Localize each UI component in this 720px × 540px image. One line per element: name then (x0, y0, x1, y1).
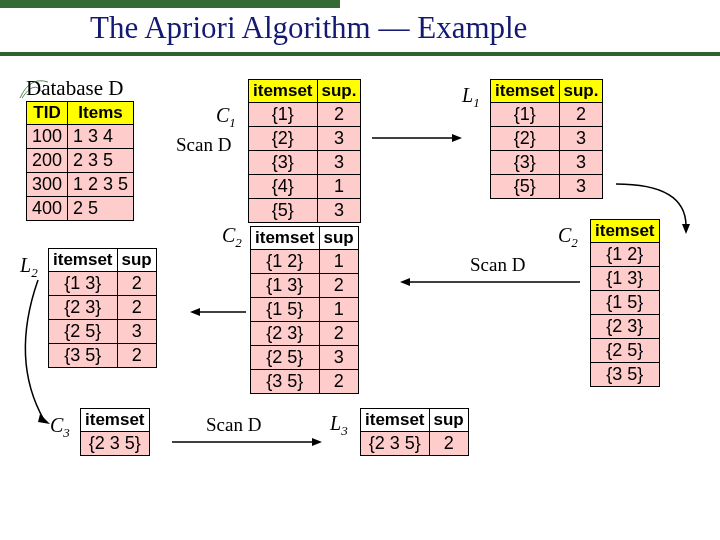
lbl: C (222, 224, 235, 246)
table-l3: itemsetsup {2 3 5}2 (360, 408, 469, 456)
svg-marker-7 (38, 414, 50, 424)
h: itemset (251, 227, 320, 250)
arrow-c2sup-to-l2 (190, 306, 246, 318)
lbl: 1 (473, 95, 480, 110)
db-c: 1 3 4 (68, 125, 134, 149)
c: 2 (117, 272, 156, 296)
diagram-stage: Database D TIDItems 1001 3 4 2002 3 5 30… (0, 56, 720, 536)
arrow-c2-to-c2sup (400, 276, 580, 288)
c: {1 3} (251, 274, 320, 298)
table-c3: itemset {2 3 5} (80, 408, 150, 456)
c: 2 (319, 370, 358, 394)
c1-label: C1 (216, 104, 236, 131)
c: 3 (317, 199, 361, 223)
c: {3} (249, 151, 318, 175)
svg-marker-9 (312, 438, 322, 446)
c: {2} (491, 127, 560, 151)
c: {1 3} (49, 272, 118, 296)
c: {1 2} (251, 250, 320, 274)
c: 3 (317, 127, 361, 151)
h: sup (117, 249, 156, 272)
c: 1 (319, 298, 358, 322)
svg-marker-4 (400, 278, 410, 286)
scan-d-2: Scan D (470, 254, 525, 276)
database-label: Database D (26, 76, 123, 101)
c: {2 3} (591, 315, 660, 339)
c2-sup-label: C2 (222, 224, 242, 251)
c: 3 (559, 127, 603, 151)
c: {1 5} (251, 298, 320, 322)
table-c2-sup: itemsetsup {1 2}1 {1 3}2 {1 5}1 {2 3}2 {… (250, 226, 359, 394)
l3-label: L3 (330, 412, 348, 439)
c: 2 (317, 103, 361, 127)
db-c: 100 (27, 125, 68, 149)
h: sup. (317, 80, 361, 103)
c: {2 5} (251, 346, 320, 370)
lbl: 2 (571, 235, 578, 250)
h: itemset (49, 249, 118, 272)
scan-d-1: Scan D (176, 134, 231, 156)
c: {5} (249, 199, 318, 223)
c: 3 (117, 320, 156, 344)
table-c2-list: itemset {1 2} {1 3} {1 5} {2 3} {2 5} {3… (590, 219, 660, 387)
c: {3 5} (251, 370, 320, 394)
c: {1} (249, 103, 318, 127)
c: 2 (117, 344, 156, 368)
h: itemset (361, 409, 430, 432)
c2-list-label: C2 (558, 224, 578, 251)
lbl: L (330, 412, 341, 434)
db-h0: TID (27, 102, 68, 125)
lbl: 2 (235, 235, 242, 250)
c: {2 3 5} (81, 432, 150, 456)
lbl: 2 (31, 265, 38, 280)
svg-marker-1 (452, 134, 462, 142)
c: {2} (249, 127, 318, 151)
c: {3 5} (591, 363, 660, 387)
title-wrap: The Apriori Algorithm — Example (0, 0, 720, 56)
lbl: L (462, 84, 473, 106)
page-title: The Apriori Algorithm — Example (90, 10, 720, 46)
c: 3 (559, 151, 603, 175)
db-c: 200 (27, 149, 68, 173)
c: {4} (249, 175, 318, 199)
c: {1 2} (591, 243, 660, 267)
h: itemset (491, 80, 560, 103)
c: 2 (319, 274, 358, 298)
h: itemset (81, 409, 150, 432)
c: {1} (491, 103, 560, 127)
c: {1 5} (591, 291, 660, 315)
h: sup (319, 227, 358, 250)
c: 3 (317, 151, 361, 175)
c: {3} (491, 151, 560, 175)
c: 3 (559, 175, 603, 199)
scan-d-3: Scan D (206, 414, 261, 436)
svg-marker-6 (190, 308, 200, 316)
l2-label: L2 (20, 254, 38, 281)
arrow-c1-to-l1 (372, 132, 462, 144)
top-bar (0, 0, 340, 8)
db-c: 400 (27, 197, 68, 221)
db-c: 1 2 3 5 (68, 173, 134, 197)
lbl: C (216, 104, 229, 126)
h: itemset (249, 80, 318, 103)
h: sup. (559, 80, 603, 103)
lbl: 1 (229, 115, 236, 130)
db-c: 2 5 (68, 197, 134, 221)
l1-label: L1 (462, 84, 480, 111)
c: {2 3 5} (361, 432, 430, 456)
table-c1: itemsetsup. {1}2 {2}3 {3}3 {4}1 {5}3 (248, 79, 361, 223)
c: {5} (491, 175, 560, 199)
table-l1: itemsetsup. {1}2 {2}3 {3}3 {5}3 (490, 79, 603, 199)
lbl: L (20, 254, 31, 276)
c: {1 3} (591, 267, 660, 291)
db-c: 300 (27, 173, 68, 197)
arrow-l2-to-c3 (14, 280, 58, 430)
c: 2 (429, 432, 468, 456)
c: 2 (117, 296, 156, 320)
h: sup (429, 409, 468, 432)
c: {2 3} (49, 296, 118, 320)
table-l2: itemsetsup {1 3}2 {2 3}2 {2 5}3 {3 5}2 (48, 248, 157, 368)
lbl: 3 (341, 423, 348, 438)
c: 1 (317, 175, 361, 199)
c: {2 5} (49, 320, 118, 344)
